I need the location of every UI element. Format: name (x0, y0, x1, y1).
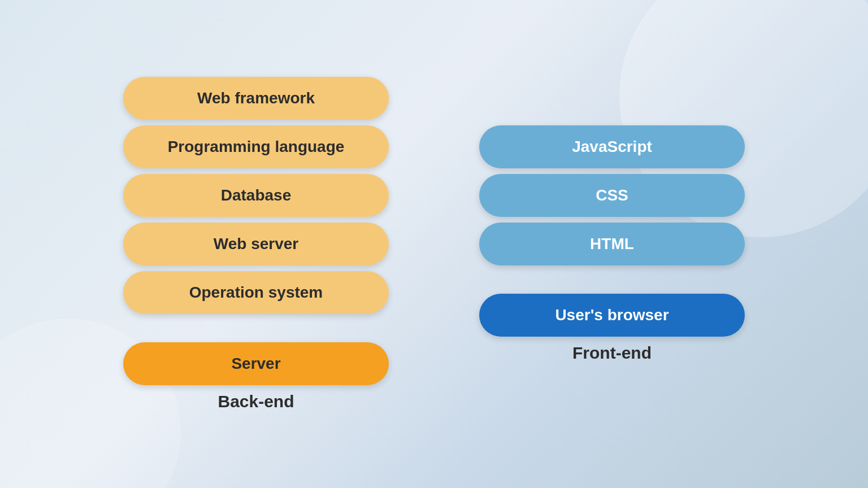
html-label: HTML (590, 235, 634, 253)
html-pill: HTML (479, 223, 745, 265)
frontend-column: JavaScript CSS HTML User's browser Front… (479, 125, 745, 363)
server-pill: Server (123, 342, 389, 385)
frontend-label: Front-end (572, 343, 652, 363)
server-label: Server (231, 355, 280, 373)
backend-column: Web framework Programming language Datab… (123, 77, 389, 411)
programming-language-pill: Programming language (123, 125, 389, 168)
database-label: Database (221, 186, 292, 204)
users-browser-label: User's browser (555, 306, 669, 324)
javascript-label: JavaScript (572, 138, 652, 156)
web-framework-pill: Web framework (123, 77, 389, 120)
database-pill: Database (123, 174, 389, 217)
css-label: CSS (596, 186, 628, 204)
css-pill: CSS (479, 174, 745, 217)
web-server-pill: Web server (123, 223, 389, 265)
main-container: Web framework Programming language Datab… (0, 0, 868, 488)
operation-system-pill: Operation system (123, 271, 389, 314)
operation-system-label: Operation system (189, 284, 323, 302)
programming-language-label: Programming language (168, 138, 345, 156)
javascript-pill: JavaScript (479, 125, 745, 168)
frontend-stack: JavaScript CSS HTML (479, 125, 745, 265)
web-framework-label: Web framework (197, 89, 315, 107)
backend-label: Back-end (218, 392, 294, 411)
web-server-label: Web server (214, 235, 298, 253)
backend-stack: Web framework Programming language Datab… (123, 77, 389, 314)
users-browser-pill: User's browser (479, 294, 745, 337)
